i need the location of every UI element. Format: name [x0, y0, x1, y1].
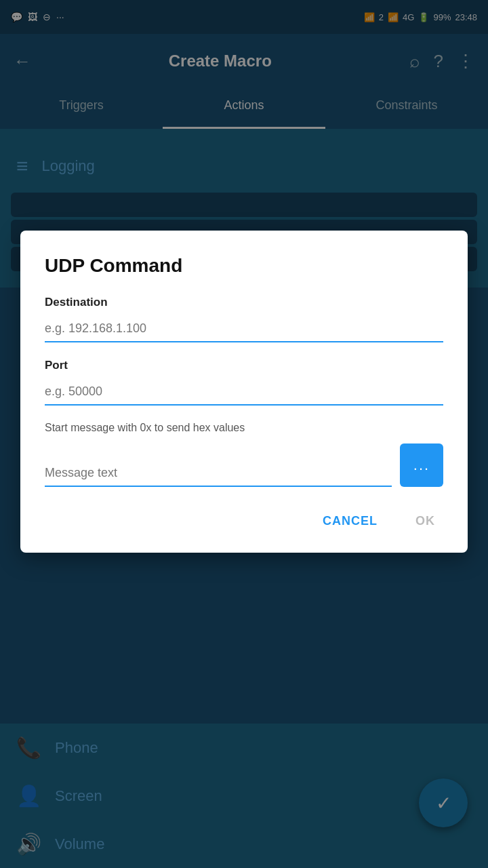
destination-input[interactable]	[45, 316, 443, 342]
dialog-overlay: UDP Command Destination Port Start messa…	[0, 0, 488, 868]
message-input[interactable]	[45, 460, 392, 487]
dots-icon: ...	[413, 456, 430, 474]
dialog-title: UDP Command	[45, 255, 443, 277]
cancel-button[interactable]: CANCEL	[314, 509, 386, 534]
dots-button[interactable]: ...	[400, 443, 443, 487]
port-input[interactable]	[45, 379, 443, 406]
ok-button[interactable]: OK	[407, 509, 443, 534]
dialog-actions: CANCEL OK	[45, 509, 443, 534]
hex-hint: Start message with 0x to send hex values	[45, 422, 443, 434]
port-label: Port	[45, 359, 443, 372]
destination-label: Destination	[45, 296, 443, 309]
udp-command-dialog: UDP Command Destination Port Start messa…	[20, 231, 468, 553]
message-row: ...	[45, 443, 443, 487]
